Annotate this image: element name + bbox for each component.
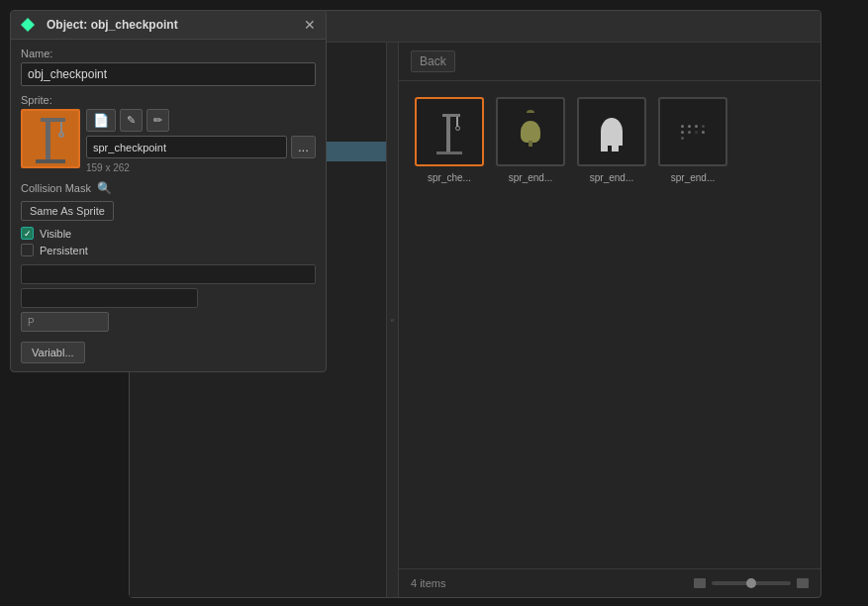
zoom-max-button[interactable] — [797, 578, 809, 588]
sprite-new-button[interactable]: 📄 — [86, 109, 116, 132]
same-as-sprite[interactable]: Same As Sprite — [21, 201, 114, 221]
content-nav: Back — [399, 43, 820, 81]
visible-checkbox[interactable]: ✓ — [21, 227, 34, 240]
gallows-preview — [31, 114, 70, 163]
footer-zoom — [694, 578, 809, 588]
content-panel: Back spr_che... — [399, 43, 820, 597]
sprite-thumb-end-gate — [496, 97, 565, 166]
mini-ghost-icon — [601, 118, 623, 146]
sprite-edit2-button[interactable]: ✏ — [146, 109, 169, 132]
resize-handle[interactable]: « — [387, 43, 399, 597]
sprite-thumbnail[interactable] — [21, 109, 80, 168]
item-count: 4 items — [411, 577, 445, 589]
search-icon[interactable]: 🔍 — [97, 181, 112, 195]
sprite-label-end-gate-particles: spr_end... — [671, 172, 715, 183]
object-panel: Object: obj_checkpoint ✕ Name: Sprite: — [10, 10, 327, 372]
sprite-controls: 📄 ✎ ✏ ... 159 x 262 — [86, 109, 316, 173]
empty-field-2 — [21, 288, 198, 308]
sprite-label-end-gate-glow: spr_end... — [590, 172, 633, 183]
p-field: P — [21, 312, 109, 332]
persistent-row: Persistent — [21, 244, 316, 256]
sprite-label-end-gate: spr_end... — [509, 172, 552, 183]
visible-row: ✓ Visible — [21, 227, 316, 240]
sprite-size: 159 x 262 — [86, 162, 316, 173]
panel-title: Object: obj_checkpoint — [47, 18, 178, 32]
sprite-dots-button[interactable]: ... — [291, 136, 316, 158]
mini-gallows-icon — [434, 110, 464, 154]
content-footer: 4 items — [399, 568, 820, 597]
sprite-edit-button[interactable]: ✎ — [120, 109, 143, 132]
name-label: Name: — [21, 48, 316, 59]
collision-label: Collision Mask — [21, 182, 91, 194]
sprite-thumb-end-gate-particles — [658, 97, 727, 166]
collision-row: Collision Mask 🔍 — [21, 181, 316, 195]
empty-field-1 — [21, 264, 316, 284]
persistent-checkbox[interactable] — [21, 244, 34, 256]
sprite-btn-row: 📄 ✎ ✏ — [86, 109, 316, 132]
checkmark-icon: ✓ — [24, 229, 32, 239]
variables-button[interactable]: Variabl... — [21, 342, 85, 363]
object-icon — [21, 18, 35, 32]
sprite-label: Sprite: — [21, 94, 316, 106]
close-button[interactable]: ✕ — [304, 17, 316, 33]
visible-label: Visible — [40, 228, 71, 240]
back-button[interactable]: Back — [411, 50, 455, 72]
p-label: P — [28, 317, 35, 328]
sprite-row: 📄 ✎ ✏ ... 159 x 262 — [21, 109, 316, 173]
sprite-section: 📄 ✎ ✏ ... 159 x 262 — [21, 109, 316, 173]
zoom-min-button[interactable] — [694, 578, 706, 588]
sprite-item-end-gate-particles[interactable]: spr_end... — [658, 97, 727, 183]
panel-header: Object: obj_checkpoint ✕ — [11, 11, 326, 40]
sprite-thumb-end-gate-glow — [577, 97, 646, 166]
sprite-thumb-checkpoint — [415, 97, 484, 166]
resize-icon: « — [390, 316, 394, 325]
zoom-slider-thumb[interactable] — [746, 578, 756, 588]
sprite-grid: spr_che... spr_end... — [399, 81, 820, 568]
sprite-item-end-gate-glow[interactable]: spr_end... — [577, 97, 646, 183]
sprite-item-checkpoint[interactable]: spr_che... — [415, 97, 484, 183]
name-input[interactable] — [21, 62, 316, 86]
zoom-slider-track[interactable] — [712, 581, 791, 585]
sprite-item-end-gate[interactable]: spr_end... — [496, 97, 565, 183]
sprite-name-input[interactable] — [86, 136, 287, 158]
panel-body: Name: Sprite: 📄 ✎ — [11, 40, 326, 371]
mini-bell-icon — [516, 115, 545, 150]
sprite-label-checkpoint: spr_che... — [428, 172, 471, 183]
persistent-label: Persistent — [40, 245, 88, 256]
sprite-name-row: ... — [86, 136, 316, 158]
mini-particles-icon — [681, 125, 706, 140]
